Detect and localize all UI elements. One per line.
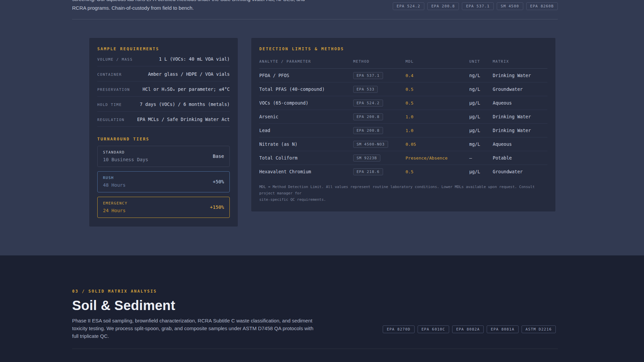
analyte-cell: VOCs (65-compound) [259,100,353,106]
sample-requirements-title: SAMPLE REQUIREMENTS [97,47,230,51]
requirement-row: REGULATION EPA MCLs / Safe Drinking Wate… [97,112,230,127]
tier-name: STANDARD [103,150,148,155]
requirement-row: HOLD TIME 7 days (VOCs) / 6 months (meta… [97,97,230,112]
analyte-cell: PFOA / PFOS [259,73,353,78]
method-badge: EPA 8081A [487,325,518,333]
tier-card-standard: STANDARD 10 Business Days Base [97,146,230,167]
mdl-cell: 0.5 [406,169,469,174]
mdl-cell: 0.5 [406,101,469,106]
method-badge: ASTM D2216 [522,325,556,333]
requirement-label: CONTAINER [97,72,122,77]
tier-price: Base [213,154,224,159]
method-chip: SM 9223B [353,155,380,162]
column-header-matrix: MATRIX [493,59,547,64]
sample-requirements-panel: SAMPLE REQUIREMENTS VOLUME / MASS 1 L (V… [89,38,238,227]
requirement-label: PRESERVATION [97,87,130,92]
requirement-value: Amber glass / HDPE / VOA vials [148,71,230,77]
matrix-cell: Groundwater [493,169,547,174]
unit-cell: ng/L [469,73,493,78]
analyte-cell: Total Coliform [259,155,353,161]
unit-cell: µg/L [469,100,493,106]
method-chip: EPA 524.2 [353,100,383,107]
tier-duration: 10 Business Days [103,157,148,162]
matrix-cell: Drinking Water [493,128,547,133]
method-badge-row-bottom: EPA 8270D EPA 6010C EPA 8082A EPA 8081A … [383,325,556,333]
requirement-value: HCl or H₂SO₄ per parameter; ≤4°C [143,86,230,92]
method-badge: EPA 200.8 [427,2,459,10]
column-header-analyte: ANALYTE / PARAMETER [259,59,353,64]
method-badge: EPA 8260B [526,2,558,10]
analyte-cell: Arsenic [259,114,353,119]
table-footnote: MDL = Method Detection Limit. All values… [259,184,547,203]
mdl-cell: 0.4 [406,73,469,78]
turnaround-title: TURNAROUND TIERS [97,137,230,141]
tier-card-rush: RUSH 48 Hours +50% [97,171,230,192]
soil-row: Phase II ESA soil sampling, brownfield c… [72,317,558,340]
method-badge: EPA 8270D [383,325,414,333]
method-chip: EPA 533 [353,86,378,93]
cards-row: SAMPLE REQUIREMENTS VOLUME / MASS 1 L (V… [72,38,558,227]
analyte-cell: Nitrate (as N) [259,141,353,147]
matrix-cell: Drinking Water [493,114,547,119]
unit-cell: µg/L [469,169,493,174]
section-divider [72,349,558,349]
mdl-cell: 0.5 [406,87,469,92]
table-row: Nitrate (as N) SM 4500-NO3 0.05 mg/L Aqu… [259,137,547,151]
column-header-method: METHOD [353,59,406,64]
method-badge-row-top: EPA 524.2 EPA 200.8 EPA 537.1 SM 4500 EP… [393,2,558,10]
column-header-unit: UNIT [469,59,493,64]
mdl-cell: 1.0 [406,114,469,119]
method-chip: EPA 200.8 [353,113,383,120]
mdl-cell: 0.05 [406,142,469,147]
tier-price: +50% [213,179,224,184]
requirement-label: HOLD TIME [97,103,122,107]
method-chip: SM 4500-NO3 [353,141,388,148]
matrix-cell: Aqueous [493,141,547,147]
table-row: Total PFAS (40-compound) EPA 533 0.5 ng/… [259,82,547,96]
method-badge: EPA 8082A [452,325,484,333]
table-row: Arsenic EPA 200.8 1.0 µg/L Drinking Wate… [259,110,547,124]
method-badge: EPA 537.1 [462,2,493,10]
unit-cell: ng/L [469,86,493,92]
table-row: Hexavalent Chromium EPA 218.6 0.5 µg/L G… [259,165,547,178]
tier-price: +150% [210,204,224,210]
tier-duration: 24 Hours [103,208,127,213]
intro-paragraph: screening. Our aqueous lab runs EPA-cert… [72,0,393,12]
requirement-value: 1 L (VOCs: 40 mL VOA vial) [159,56,230,62]
unit-cell: µg/L [469,128,493,133]
unit-cell: — [469,155,493,161]
unit-cell: µg/L [469,114,493,119]
tier-name: EMERGENCY [103,201,127,205]
matrix-cell: Aqueous [493,100,547,106]
solid-matrix-section: 03 / SOLID MATRIX ANALYSIS Soil & Sedime… [0,255,644,362]
column-header-mdl: MDL [406,59,469,64]
method-chip: EPA 218.6 [353,168,383,175]
soil-section-heading: Soil & Sediment [72,298,558,313]
method-badge: EPA 6010C [418,325,449,333]
analyte-cell: Hexavalent Chromium [259,169,353,174]
detection-limits-title: DETECTION LIMITS & METHODS [259,47,547,51]
requirement-label: VOLUME / MASS [97,57,133,62]
soil-paragraph: Phase II ESA soil sampling, brownfield c… [72,317,334,340]
detection-limits-panel: DETECTION LIMITS & METHODS ANALYTE / PAR… [251,38,556,212]
soil-section-kicker: 03 / SOLID MATRIX ANALYSIS [72,289,558,294]
table-header: ANALYTE / PARAMETER METHOD MDL UNIT MATR… [259,59,547,69]
intro-row: screening. Our aqueous lab runs EPA-cert… [72,0,558,12]
tier-card-emergency: EMERGENCY 24 Hours +150% [97,197,230,218]
mdl-cell: Presence/Absence [406,156,469,161]
requirement-label: REGULATION [97,118,124,122]
matrix-cell: Drinking Water [493,73,547,78]
requirement-row: CONTAINER Amber glass / HDPE / VOA vials [97,66,230,81]
requirement-row: VOLUME / MASS 1 L (VOCs: 40 mL VOA vial) [97,51,230,66]
matrix-cell: Potable [493,155,547,161]
method-badge: EPA 524.2 [393,2,424,10]
tier-duration: 48 Hours [103,182,125,188]
tier-name: RUSH [103,176,125,180]
analyte-cell: Lead [259,128,353,133]
table-row: PFOA / PFOS EPA 537.1 0.4 ng/L Drinking … [259,69,547,82]
requirement-value: 7 days (VOCs) / 6 months (metals) [140,102,230,107]
mdl-cell: 1.0 [406,128,469,133]
table-row: Total Coliform SM 9223B Presence/Absence… [259,151,547,165]
section-divider [72,19,558,19]
requirement-value: EPA MCLs / Safe Drinking Water Act [137,117,230,122]
